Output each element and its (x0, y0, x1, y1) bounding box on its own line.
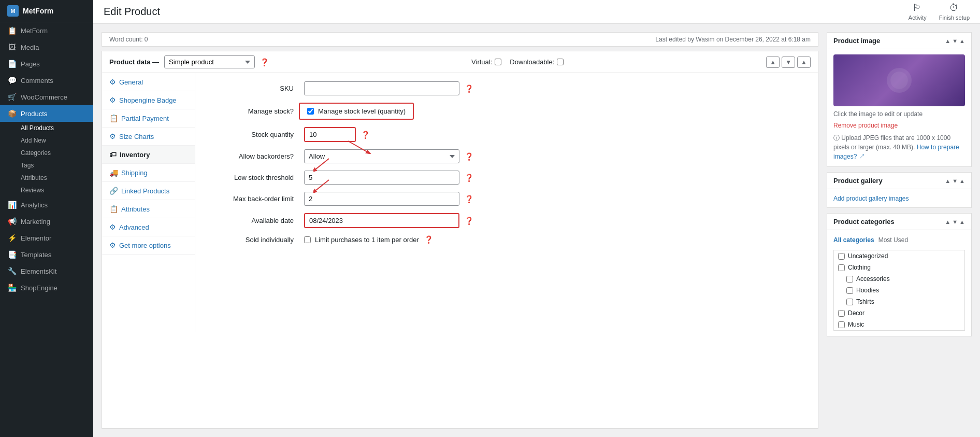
sidebar-item-metform[interactable]: 📋 MetForm (0, 22, 93, 39)
max-backorder-input[interactable] (304, 192, 459, 206)
nav-item-attributes[interactable]: 📋 Attributes (102, 200, 195, 218)
nav-item-size-charts[interactable]: ⚙ Size Charts (102, 128, 195, 146)
partial-payment-nav-icon: 📋 (109, 114, 118, 122)
product-data-title: Product data — (109, 58, 159, 66)
finish-setup-button[interactable]: ⏱ Finish setup (939, 3, 970, 21)
cat-checkbox-decor[interactable] (838, 310, 845, 317)
nav-item-shipping[interactable]: 🚚 Shipping (102, 164, 195, 182)
product-image-collapse-button[interactable]: ▲ (959, 38, 965, 44)
sidebar-item-media[interactable]: 🖼 Media (0, 39, 93, 55)
nav-item-partial-payment[interactable]: 📋 Partial Payment (102, 109, 195, 128)
nav-item-shopengine-badge[interactable]: ⚙ Shopengine Badge (102, 91, 195, 109)
cat-label-accessories: Accessories (856, 275, 890, 283)
product-image-up-button[interactable]: ▲ (945, 38, 950, 44)
nav-item-inventory[interactable]: 🏷 Inventory (102, 146, 195, 164)
main-content: Edit Product 🏳 Activity ⏱ Finish setup W… (93, 0, 980, 437)
gallery-collapse-button[interactable]: ▲ (959, 178, 965, 184)
nav-label-shipping: Shipping (121, 169, 148, 177)
sidebar-item-reviews[interactable]: Reviews (0, 184, 93, 196)
product-image-down-button[interactable]: ▼ (952, 38, 958, 44)
sidebar-item-elementskit[interactable]: 🔧 ElementsKit (0, 263, 93, 279)
category-tabs: All categories Most Used (833, 235, 965, 245)
sidebar-item-elementor[interactable]: ⚡ Elementor (0, 230, 93, 246)
sidebar-item-woocommerce[interactable]: 🛒 WooCommerce (0, 89, 93, 105)
cat-checkbox-accessories[interactable] (846, 276, 853, 283)
sidebar-item-templates[interactable]: 📑 Templates (0, 246, 93, 263)
product-categories-body: All categories Most Used Uncategorized C… (827, 230, 971, 336)
low-stock-help-icon[interactable]: ❓ (465, 174, 473, 182)
allow-backorders-row: Allow backorders? Do not allow Allow All… (206, 149, 808, 163)
cat-checkbox-clothing[interactable] (838, 264, 845, 271)
product-data-panel: Product data — Simple product Variable p… (102, 51, 818, 429)
stock-quantity-wrapper (304, 127, 356, 142)
panel-arrows: ▲ ▼ ▲ (766, 57, 811, 68)
sidebar-item-products[interactable]: 📦 Products (0, 105, 93, 122)
sku-help-icon[interactable]: ❓ (465, 84, 473, 93)
sku-label: SKU (206, 84, 299, 92)
sidebar-item-pages[interactable]: 📄 Pages (0, 55, 93, 72)
elementskit-icon: 🔧 (7, 267, 17, 275)
nav-item-general[interactable]: ⚙ General (102, 73, 195, 91)
cat-checkbox-hoodies[interactable] (846, 287, 853, 294)
templates-icon: 📑 (7, 250, 17, 259)
nav-item-advanced[interactable]: ⚙ Advanced (102, 218, 195, 236)
cat-item-tshirts: Tshirts (834, 296, 964, 307)
categories-up-button[interactable]: ▲ (945, 219, 950, 225)
add-gallery-images-link[interactable]: Add product gallery images (833, 195, 909, 202)
categories-down-button[interactable]: ▼ (952, 219, 958, 225)
nav-item-get-more-options[interactable]: ⚙ Get more options (102, 236, 195, 255)
panel-up-button[interactable]: ▲ (766, 57, 780, 68)
activity-button[interactable]: 🏳 Activity (909, 3, 927, 21)
max-backorder-help-icon[interactable]: ❓ (465, 195, 473, 203)
tab-all-categories[interactable]: All categories (833, 235, 874, 245)
low-stock-input[interactable] (304, 171, 459, 185)
virtual-checkbox[interactable] (495, 59, 501, 65)
panel-down-button[interactable]: ▼ (782, 57, 795, 68)
sidebar-item-shopengine[interactable]: 🏪 ShopEngine (0, 279, 93, 296)
cat-checkbox-tshirts[interactable] (846, 299, 853, 305)
product-gallery-header: Product gallery ▲ ▼ ▲ (827, 173, 971, 189)
sidebar-item-tags[interactable]: Tags (0, 159, 93, 172)
upload-info: ⓘ Upload JPEG files that are 1000 x 1000… (833, 133, 965, 161)
allow-backorders-select[interactable]: Do not allow Allow Allow, but notify cus… (304, 149, 459, 163)
product-type-select[interactable]: Simple product Variable product Grouped … (164, 55, 255, 68)
product-image-thumbnail[interactable] (833, 54, 965, 106)
sidebar-item-add-new[interactable]: Add New (0, 134, 93, 147)
available-date-help-icon[interactable]: ❓ (465, 217, 473, 225)
general-nav-icon: ⚙ (109, 78, 116, 86)
sidebar-item-categories[interactable]: Categories (0, 147, 93, 159)
product-type-help-icon[interactable]: ❓ (260, 58, 269, 66)
categories-collapse-button[interactable]: ▲ (959, 219, 965, 225)
stock-quantity-help-icon[interactable]: ❓ (361, 131, 370, 139)
sidebar-item-attributes[interactable]: Attributes (0, 172, 93, 184)
downloadable-checkbox[interactable] (557, 59, 564, 65)
panel-collapse-button[interactable]: ▲ (797, 57, 811, 68)
tab-most-used[interactable]: Most Used (878, 235, 908, 245)
sidebar-item-all-products[interactable]: All Products (0, 122, 93, 134)
sidebar-item-comments[interactable]: 💬 Comments (0, 72, 93, 89)
nav-label-general: General (119, 78, 143, 86)
cat-checkbox-uncategorized[interactable] (838, 253, 845, 260)
manage-stock-box: Manage stock level (quantity) (299, 103, 414, 120)
cat-label-uncategorized: Uncategorized (848, 252, 888, 260)
sold-individually-checkbox[interactable] (304, 236, 311, 243)
cat-checkbox-music[interactable] (838, 321, 845, 328)
remove-product-image-link[interactable]: Remove product image (833, 122, 965, 129)
available-date-input[interactable] (304, 213, 459, 228)
max-backorder-wrapper (304, 192, 459, 206)
sold-individually-help-icon[interactable]: ❓ (424, 235, 433, 244)
stock-quantity-input[interactable] (304, 127, 356, 142)
low-stock-label: Low stock threshold (206, 174, 299, 181)
allow-backorders-help-icon[interactable]: ❓ (465, 152, 473, 161)
product-categories-title: Product categories (833, 218, 895, 225)
center-panel: Word count: 0 Last edited by Wasim on De… (102, 32, 818, 429)
nav-item-linked-products[interactable]: 🔗 Linked Products (102, 182, 195, 200)
sidebar-item-marketing[interactable]: 📢 Marketing (0, 213, 93, 230)
manage-stock-checkbox[interactable] (307, 108, 314, 115)
sku-input[interactable] (304, 81, 459, 95)
sidebar-item-analytics[interactable]: 📊 Analytics (0, 196, 93, 213)
gallery-up-button[interactable]: ▲ (945, 178, 950, 184)
sold-individually-wrapper: Limit purchases to 1 item per order (304, 236, 419, 244)
inventory-content: SKU ❓ Manage stock? Manage stock level (… (195, 73, 818, 332)
gallery-down-button[interactable]: ▼ (952, 178, 958, 184)
